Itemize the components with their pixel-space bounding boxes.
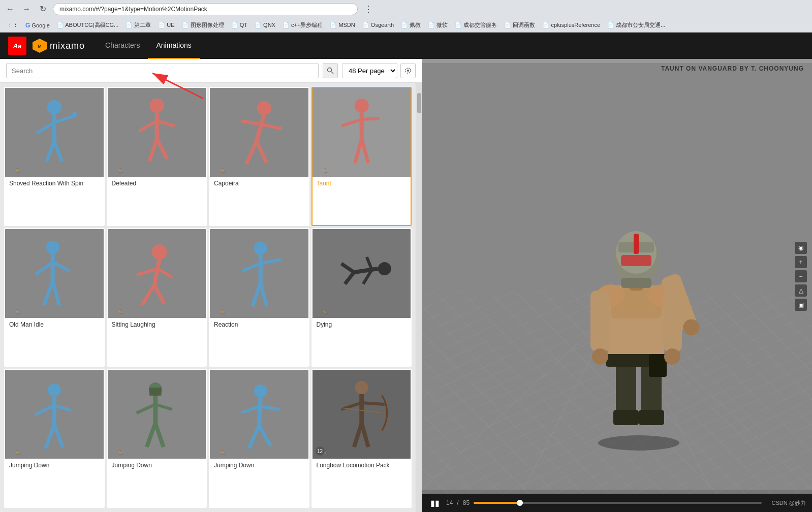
svg-rect-122 bbox=[649, 354, 667, 377]
svg-text:🏃: 🏃 bbox=[219, 168, 226, 175]
anim-card-taunt[interactable]: 🏃 Taunt bbox=[311, 87, 412, 226]
svg-line-37 bbox=[361, 118, 379, 119]
search-bar: 48 Per page 12 Per page 24 Per page 96 P… bbox=[0, 59, 422, 83]
anim-label-jumping3: Jumping Down bbox=[210, 459, 308, 472]
back-button[interactable]: ← bbox=[4, 3, 16, 15]
svg-line-102 bbox=[361, 403, 384, 404]
anim-label-old-man: Old Man Idle bbox=[5, 318, 104, 331]
nav-characters[interactable]: Characters bbox=[97, 33, 148, 59]
anim-card-jumping1[interactable]: 🏃 Jumping Down bbox=[4, 369, 105, 508]
bookmark-ch2[interactable]: 📄 第二章 bbox=[122, 20, 154, 30]
bookmark-apps[interactable]: ⋮⋮ bbox=[4, 21, 21, 29]
svg-text:🏃: 🏃 bbox=[321, 309, 328, 316]
animations-grid: 🏃 Shoved Reaction With Spin bbox=[0, 83, 416, 512]
bookmark-ms[interactable]: 📄 微软 bbox=[425, 20, 451, 30]
scroll-thumb[interactable] bbox=[417, 93, 421, 113]
svg-text:🏃: 🏃 bbox=[116, 309, 123, 316]
anim-thumb-reaction: 🏃 bbox=[210, 229, 308, 318]
svg-rect-136 bbox=[634, 234, 639, 254]
anim-card-reaction[interactable]: 🏃 Reaction bbox=[209, 228, 309, 367]
scrollbar-track[interactable] bbox=[416, 83, 422, 512]
grid-container: 🏃 Shoved Reaction With Spin bbox=[0, 83, 422, 512]
anim-thumb-longbow: 🏃 12 bbox=[313, 370, 411, 459]
figure-jumping1: 🏃 bbox=[5, 370, 104, 459]
bookmark-google[interactable]: G Google bbox=[22, 21, 53, 30]
grid-settings-button[interactable] bbox=[400, 63, 416, 78]
search-icon bbox=[327, 67, 334, 74]
viewport-reset-btn[interactable]: ◉ bbox=[795, 242, 807, 254]
left-panel: 48 Per page 12 Per page 24 Per page 96 P… bbox=[0, 59, 422, 512]
bookmark-cdtraffic[interactable]: 📄 成都交管服务 bbox=[452, 20, 500, 30]
mixamo-logo: M mixamo bbox=[33, 39, 85, 53]
mixamo-brand-text: mixamo bbox=[50, 41, 85, 51]
address-bar[interactable] bbox=[53, 3, 358, 15]
anim-card-defeated[interactable]: 🏃 Defeated bbox=[107, 87, 207, 226]
3d-viewport[interactable]: TAUNT ON VANGUARD BY T. CHOONYUNG ◉ + − … bbox=[422, 59, 812, 494]
figure-taunt: 🏃 bbox=[313, 88, 411, 177]
anim-card-dying[interactable]: 🏃 Dying bbox=[311, 228, 412, 367]
svg-rect-83 bbox=[149, 388, 161, 396]
svg-rect-116 bbox=[613, 410, 639, 425]
figure-capoeira: 🏃 bbox=[210, 88, 308, 177]
main-content: 48 Per page 12 Per page 24 Per page 96 P… bbox=[0, 59, 812, 512]
svg-point-128 bbox=[664, 348, 680, 365]
bookmark-aboutcg[interactable]: 📄 ABOUTCG|高级CG... bbox=[54, 20, 121, 30]
viewport-camera-btn[interactable]: △ bbox=[795, 284, 807, 297]
search-right: 48 Per page 12 Per page 24 Per page 96 P… bbox=[342, 63, 416, 78]
anim-card-jumping2[interactable]: 🏃 Jumping Down bbox=[107, 369, 207, 508]
anim-thumb-old-man: 🏃 bbox=[5, 229, 104, 318]
bookmark-osg[interactable]: 📄 Osgearth bbox=[359, 21, 397, 29]
svg-text:🏃: 🏃 bbox=[14, 168, 21, 175]
bookmark-jiao[interactable]: 📄 佩教 bbox=[398, 20, 424, 30]
svg-point-34 bbox=[354, 99, 368, 113]
frame-separator: / bbox=[457, 499, 458, 506]
anim-label-capoeira: Capoeira bbox=[210, 177, 308, 190]
figure-reaction: 🏃 bbox=[210, 229, 308, 318]
pack-badge: 12 bbox=[316, 446, 325, 456]
svg-point-26 bbox=[257, 101, 271, 115]
anim-thumb-dying: 🏃 bbox=[313, 229, 411, 318]
figure-jumping2: 🏃 bbox=[108, 370, 206, 459]
bookmark-img[interactable]: 📄 图形图像处理 bbox=[179, 20, 227, 30]
nav-animations[interactable]: Animations bbox=[148, 33, 199, 59]
viewport-zoom-in-btn[interactable]: + bbox=[795, 256, 807, 268]
anim-card-longbow[interactable]: 🏃 12 Longbow Locomotion Pack bbox=[311, 369, 412, 508]
timeline-track[interactable] bbox=[474, 502, 762, 504]
app: Aa M mixamo Characters Animations bbox=[0, 33, 812, 512]
bookmark-cppref[interactable]: 📄 cplusplusReference bbox=[539, 21, 603, 29]
forward-button[interactable]: → bbox=[20, 3, 33, 15]
viewport-fullscreen-btn[interactable]: ▣ bbox=[795, 299, 807, 311]
viewport-zoom-out-btn[interactable]: − bbox=[795, 270, 807, 282]
anim-thumb-taunt: 🏃 bbox=[313, 88, 411, 177]
menu-icon[interactable]: ⋮ bbox=[362, 2, 375, 17]
bookmark-msdn[interactable]: 📄 MSDN bbox=[327, 21, 358, 29]
svg-point-99 bbox=[355, 381, 368, 394]
bookmark-qnx[interactable]: 📄 QNX bbox=[252, 21, 278, 29]
browser-chrome: ← → ↻ ⋮ bbox=[0, 0, 812, 18]
anim-card-sitting[interactable]: 🏃 Sitting Laughing bbox=[107, 228, 207, 367]
svg-point-113 bbox=[598, 435, 679, 451]
bookmark-qt[interactable]: 📄 QT bbox=[228, 21, 251, 29]
anim-card-shoved[interactable]: 🏃 Shoved Reaction With Spin bbox=[4, 87, 105, 226]
anim-thumb-shoved: 🏃 bbox=[5, 88, 104, 177]
figure-defeated: 🏃 bbox=[108, 88, 206, 177]
watermark-text: CSDN @妙力 bbox=[772, 499, 806, 507]
search-button[interactable] bbox=[323, 63, 338, 78]
timeline-thumb[interactable] bbox=[517, 500, 523, 506]
anim-card-old-man[interactable]: 🏃 Old Man Idle bbox=[4, 228, 105, 367]
bookmark-cpp[interactable]: 📄 c++异步编程 bbox=[279, 20, 326, 30]
total-frames: 85 bbox=[463, 499, 470, 506]
bookmark-ue[interactable]: 📄 UE bbox=[155, 21, 177, 29]
anim-thumb-jumping3: 🏃 bbox=[210, 370, 308, 459]
timeline-fill bbox=[474, 502, 520, 504]
bookmark-police[interactable]: 📄 成都市公安局交通... bbox=[604, 20, 668, 30]
pause-button[interactable]: ▮▮ bbox=[428, 496, 442, 510]
svg-rect-134 bbox=[621, 255, 651, 266]
anim-card-jumping3[interactable]: 🏃 Jumping Down bbox=[209, 369, 309, 508]
svg-rect-125 bbox=[590, 291, 610, 351]
bookmark-callback[interactable]: 📄 回调函数 bbox=[501, 20, 538, 30]
per-page-select[interactable]: 48 Per page 12 Per page 24 Per page 96 P… bbox=[342, 63, 397, 78]
reload-button[interactable]: ↻ bbox=[37, 3, 49, 15]
search-input[interactable] bbox=[6, 63, 319, 78]
anim-card-capoeira[interactable]: 🏃 Capoeira bbox=[209, 87, 309, 226]
